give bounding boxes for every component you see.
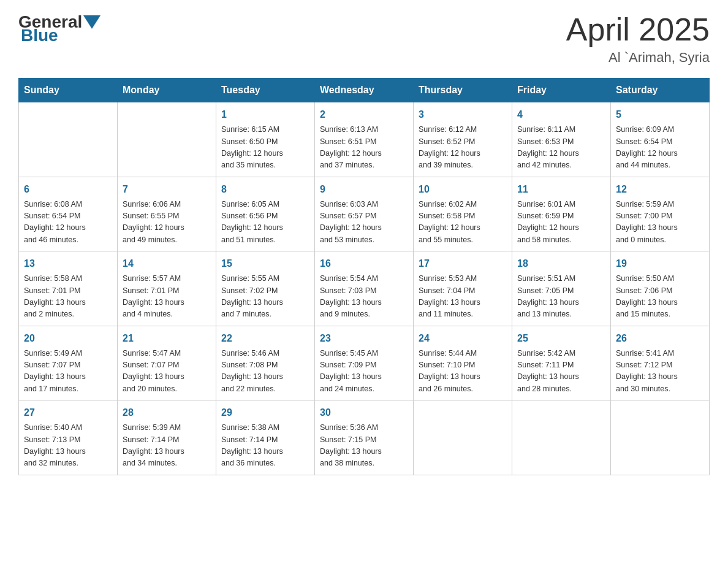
- day-info: Sunrise: 6:13 AMSunset: 6:51 PMDaylight:…: [320, 124, 408, 172]
- days-header-row: SundayMondayTuesdayWednesdayThursdayFrid…: [19, 79, 710, 102]
- day-number: 8: [221, 182, 309, 197]
- week-row-1: 1Sunrise: 6:15 AMSunset: 6:50 PMDaylight…: [19, 102, 710, 177]
- day-header-wednesday: Wednesday: [315, 79, 414, 102]
- week-row-2: 6Sunrise: 6:08 AMSunset: 6:54 PMDaylight…: [19, 177, 710, 251]
- calendar-cell: 3Sunrise: 6:12 AMSunset: 6:52 PMDaylight…: [414, 102, 512, 177]
- day-number: 1: [221, 107, 309, 122]
- day-info: Sunrise: 6:06 AMSunset: 6:55 PMDaylight:…: [123, 199, 211, 247]
- calendar-cell: 10Sunrise: 6:02 AMSunset: 6:58 PMDayligh…: [414, 177, 512, 251]
- calendar-cell: 17Sunrise: 5:53 AMSunset: 7:04 PMDayligh…: [414, 251, 512, 326]
- day-number: 3: [419, 107, 507, 122]
- day-info: Sunrise: 6:03 AMSunset: 6:57 PMDaylight:…: [320, 199, 408, 247]
- week-row-4: 20Sunrise: 5:49 AMSunset: 7:07 PMDayligh…: [19, 326, 710, 400]
- day-info: Sunrise: 5:55 AMSunset: 7:02 PMDaylight:…: [221, 273, 309, 321]
- day-number: 18: [517, 256, 605, 271]
- calendar-cell: 14Sunrise: 5:57 AMSunset: 7:01 PMDayligh…: [118, 251, 216, 326]
- day-number: 22: [221, 331, 309, 346]
- day-info: Sunrise: 5:45 AMSunset: 7:09 PMDaylight:…: [320, 348, 408, 396]
- calendar-cell: 11Sunrise: 6:01 AMSunset: 6:59 PMDayligh…: [512, 177, 611, 251]
- calendar-cell: 7Sunrise: 6:06 AMSunset: 6:55 PMDaylight…: [118, 177, 216, 251]
- page-header: General Blue April 2025 Al `Arimah, Syri…: [18, 12, 710, 66]
- day-number: 2: [320, 107, 408, 122]
- calendar-cell: 2Sunrise: 6:13 AMSunset: 6:51 PMDaylight…: [315, 102, 414, 177]
- logo-blue-text: Blue: [21, 26, 58, 45]
- day-info: Sunrise: 6:12 AMSunset: 6:52 PMDaylight:…: [419, 124, 507, 172]
- calendar-cell: [611, 400, 710, 475]
- day-number: 28: [123, 405, 211, 420]
- calendar-cell: 8Sunrise: 6:05 AMSunset: 6:56 PMDaylight…: [216, 177, 315, 251]
- day-info: Sunrise: 5:59 AMSunset: 7:00 PMDaylight:…: [616, 199, 704, 247]
- calendar-cell: 1Sunrise: 6:15 AMSunset: 6:50 PMDaylight…: [216, 102, 315, 177]
- day-number: 6: [24, 182, 112, 197]
- calendar-cell: 18Sunrise: 5:51 AMSunset: 7:05 PMDayligh…: [512, 251, 611, 326]
- day-number: 9: [320, 182, 408, 197]
- logo: General Blue: [18, 12, 102, 45]
- calendar-cell: 24Sunrise: 5:44 AMSunset: 7:10 PMDayligh…: [414, 326, 512, 400]
- day-info: Sunrise: 5:47 AMSunset: 7:07 PMDaylight:…: [123, 348, 211, 396]
- calendar-cell: 27Sunrise: 5:40 AMSunset: 7:13 PMDayligh…: [19, 400, 118, 475]
- day-info: Sunrise: 6:02 AMSunset: 6:58 PMDaylight:…: [419, 199, 507, 247]
- day-number: 14: [123, 256, 211, 271]
- calendar-cell: 23Sunrise: 5:45 AMSunset: 7:09 PMDayligh…: [315, 326, 414, 400]
- calendar-cell: 9Sunrise: 6:03 AMSunset: 6:57 PMDaylight…: [315, 177, 414, 251]
- day-info: Sunrise: 6:01 AMSunset: 6:59 PMDaylight:…: [517, 199, 605, 247]
- day-number: 7: [123, 182, 211, 197]
- day-info: Sunrise: 5:38 AMSunset: 7:14 PMDaylight:…: [221, 422, 309, 470]
- location-title: Al `Arimah, Syria: [566, 50, 710, 66]
- calendar-cell: [414, 400, 512, 475]
- day-header-sunday: Sunday: [19, 79, 118, 102]
- day-number: 24: [419, 331, 507, 346]
- day-number: 23: [320, 331, 408, 346]
- day-info: Sunrise: 5:50 AMSunset: 7:06 PMDaylight:…: [616, 273, 704, 321]
- calendar-cell: [512, 400, 611, 475]
- day-number: 25: [517, 331, 605, 346]
- calendar-cell: 25Sunrise: 5:42 AMSunset: 7:11 PMDayligh…: [512, 326, 611, 400]
- day-header-saturday: Saturday: [611, 79, 710, 102]
- day-info: Sunrise: 6:15 AMSunset: 6:50 PMDaylight:…: [221, 124, 309, 172]
- day-number: 17: [419, 256, 507, 271]
- day-info: Sunrise: 5:41 AMSunset: 7:12 PMDaylight:…: [616, 348, 704, 396]
- day-header-monday: Monday: [118, 79, 216, 102]
- calendar-cell: 15Sunrise: 5:55 AMSunset: 7:02 PMDayligh…: [216, 251, 315, 326]
- logo-triangle-icon: [83, 15, 100, 29]
- calendar-cell: 5Sunrise: 6:09 AMSunset: 6:54 PMDaylight…: [611, 102, 710, 177]
- calendar-cell: 6Sunrise: 6:08 AMSunset: 6:54 PMDaylight…: [19, 177, 118, 251]
- calendar-cell: 28Sunrise: 5:39 AMSunset: 7:14 PMDayligh…: [118, 400, 216, 475]
- day-number: 11: [517, 182, 605, 197]
- day-info: Sunrise: 5:36 AMSunset: 7:15 PMDaylight:…: [320, 422, 408, 470]
- day-info: Sunrise: 5:51 AMSunset: 7:05 PMDaylight:…: [517, 273, 605, 321]
- day-info: Sunrise: 6:11 AMSunset: 6:53 PMDaylight:…: [517, 124, 605, 172]
- calendar-table: SundayMondayTuesdayWednesdayThursdayFrid…: [18, 78, 710, 475]
- day-number: 26: [616, 331, 704, 346]
- calendar-cell: [118, 102, 216, 177]
- day-info: Sunrise: 5:58 AMSunset: 7:01 PMDaylight:…: [24, 273, 112, 321]
- day-info: Sunrise: 5:42 AMSunset: 7:11 PMDaylight:…: [517, 348, 605, 396]
- day-number: 29: [221, 405, 309, 420]
- day-number: 4: [517, 107, 605, 122]
- month-title: April 2025: [566, 12, 710, 47]
- day-info: Sunrise: 5:57 AMSunset: 7:01 PMDaylight:…: [123, 273, 211, 321]
- day-header-tuesday: Tuesday: [216, 79, 315, 102]
- title-section: April 2025 Al `Arimah, Syria: [566, 12, 710, 66]
- day-number: 30: [320, 405, 408, 420]
- day-info: Sunrise: 6:09 AMSunset: 6:54 PMDaylight:…: [616, 124, 704, 172]
- day-info: Sunrise: 5:49 AMSunset: 7:07 PMDaylight:…: [24, 348, 112, 396]
- day-info: Sunrise: 5:39 AMSunset: 7:14 PMDaylight:…: [123, 422, 211, 470]
- calendar-cell: 26Sunrise: 5:41 AMSunset: 7:12 PMDayligh…: [611, 326, 710, 400]
- day-number: 10: [419, 182, 507, 197]
- week-row-3: 13Sunrise: 5:58 AMSunset: 7:01 PMDayligh…: [19, 251, 710, 326]
- calendar-cell: 22Sunrise: 5:46 AMSunset: 7:08 PMDayligh…: [216, 326, 315, 400]
- calendar-cell: 12Sunrise: 5:59 AMSunset: 7:00 PMDayligh…: [611, 177, 710, 251]
- day-number: 20: [24, 331, 112, 346]
- calendar-cell: 21Sunrise: 5:47 AMSunset: 7:07 PMDayligh…: [118, 326, 216, 400]
- day-info: Sunrise: 5:54 AMSunset: 7:03 PMDaylight:…: [320, 273, 408, 321]
- day-number: 15: [221, 256, 309, 271]
- day-info: Sunrise: 5:44 AMSunset: 7:10 PMDaylight:…: [419, 348, 507, 396]
- calendar-cell: 13Sunrise: 5:58 AMSunset: 7:01 PMDayligh…: [19, 251, 118, 326]
- calendar-cell: 16Sunrise: 5:54 AMSunset: 7:03 PMDayligh…: [315, 251, 414, 326]
- day-number: 12: [616, 182, 704, 197]
- day-info: Sunrise: 6:05 AMSunset: 6:56 PMDaylight:…: [221, 199, 309, 247]
- calendar-cell: 19Sunrise: 5:50 AMSunset: 7:06 PMDayligh…: [611, 251, 710, 326]
- day-number: 5: [616, 107, 704, 122]
- week-row-5: 27Sunrise: 5:40 AMSunset: 7:13 PMDayligh…: [19, 400, 710, 475]
